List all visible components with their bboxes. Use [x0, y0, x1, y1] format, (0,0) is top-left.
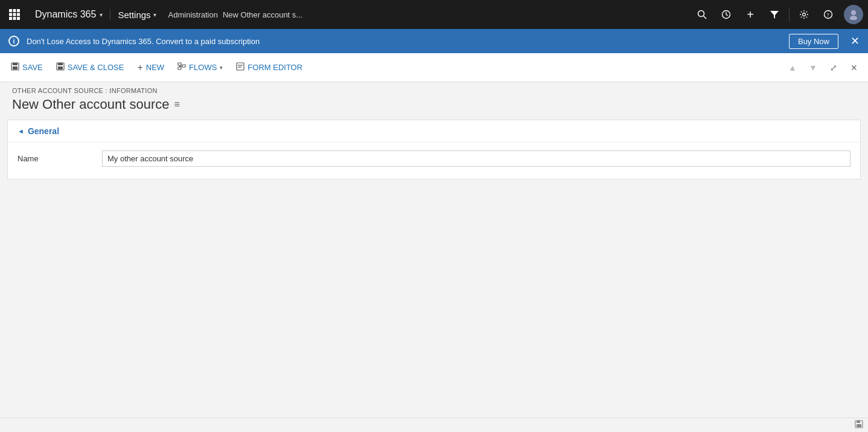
- general-section-header[interactable]: ◄ General: [8, 120, 860, 142]
- history-icon[interactable]: [715, 4, 737, 25]
- app-chevron-icon: ▾: [100, 11, 103, 18]
- move-up-icon: ▲: [783, 59, 802, 77]
- svg-rect-5: [17, 13, 20, 16]
- svg-rect-26: [182, 65, 185, 67]
- buy-now-button[interactable]: Buy Now: [789, 34, 838, 49]
- general-section-title: General: [28, 126, 59, 136]
- settings-menu[interactable]: Settings ▾: [110, 10, 163, 20]
- form-title-row: New Other account source ≡: [12, 97, 856, 112]
- general-section-body: Name: [8, 142, 860, 179]
- svg-point-16: [851, 10, 856, 15]
- svg-rect-0: [9, 9, 12, 12]
- gear-icon[interactable]: [793, 4, 815, 25]
- app-name[interactable]: Dynamics 365 ▾: [28, 9, 110, 20]
- nav-breadcrumb: Administration New Other account s...: [164, 10, 308, 19]
- info-close-icon[interactable]: ✕: [850, 34, 860, 48]
- svg-line-10: [704, 16, 707, 19]
- move-down-icon: ▼: [804, 59, 822, 77]
- name-label: Name: [18, 154, 102, 163]
- nav-icons: + ?: [691, 4, 863, 25]
- svg-rect-23: [58, 66, 63, 69]
- svg-point-9: [698, 11, 704, 17]
- svg-rect-6: [9, 17, 12, 20]
- breadcrumb-page[interactable]: New Other account s...: [223, 10, 302, 19]
- form-panel: ◄ General Name: [7, 120, 861, 179]
- page-title: New Other account source: [12, 97, 169, 112]
- svg-rect-20: [13, 66, 18, 69]
- svg-marker-12: [770, 11, 779, 19]
- save-close-icon: [56, 62, 65, 73]
- svg-rect-1: [13, 9, 16, 12]
- svg-text:?: ?: [827, 12, 829, 18]
- search-icon[interactable]: [691, 4, 713, 25]
- help-icon[interactable]: ?: [817, 4, 839, 25]
- svg-rect-4: [13, 13, 16, 16]
- content-area: OTHER ACCOUNT SOURCE : INFORMATION New O…: [0, 82, 868, 179]
- svg-rect-3: [9, 13, 12, 16]
- svg-point-17: [850, 16, 857, 20]
- expand-icon[interactable]: ⤢: [825, 59, 843, 77]
- flows-button[interactable]: FLOWS ▾: [171, 59, 229, 76]
- svg-rect-7: [13, 17, 16, 20]
- form-header: OTHER ACCOUNT SOURCE : INFORMATION New O…: [0, 82, 868, 115]
- save-close-label: SAVE & CLOSE: [68, 63, 124, 72]
- flows-label: FLOWS: [189, 63, 217, 72]
- settings-label: Settings: [118, 10, 150, 20]
- svg-rect-2: [17, 9, 20, 12]
- save-icon: [11, 62, 19, 73]
- filter-icon[interactable]: [764, 4, 785, 25]
- toolbar: SAVE SAVE & CLOSE + NEW FLOWS ▾: [0, 53, 868, 82]
- title-menu-icon[interactable]: ≡: [174, 99, 179, 110]
- new-label: NEW: [146, 63, 164, 72]
- name-input[interactable]: [102, 150, 850, 167]
- svg-rect-22: [58, 63, 63, 65]
- info-icon: i: [8, 36, 19, 47]
- app-name-label: Dynamics 365: [35, 9, 96, 20]
- form-editor-label: FORM EDITOR: [247, 63, 302, 72]
- new-icon: +: [137, 62, 142, 73]
- flows-chevron-icon: ▾: [220, 65, 223, 71]
- toolbar-right: ▲ ▼ ⤢ ✕: [783, 59, 863, 77]
- form-editor-button[interactable]: FORM EDITOR: [230, 59, 308, 76]
- save-button[interactable]: SAVE: [5, 59, 49, 76]
- svg-rect-25: [178, 67, 181, 69]
- svg-rect-29: [237, 63, 244, 70]
- top-nav: Dynamics 365 ▾ Settings ▾ Administration…: [0, 0, 868, 29]
- info-banner-text: Don't Lose Access to Dynamics 365. Conve…: [27, 37, 782, 46]
- flows-icon: [177, 62, 186, 73]
- svg-point-13: [803, 13, 806, 16]
- breadcrumb-section[interactable]: Administration: [168, 10, 218, 19]
- form-editor-icon: [236, 62, 244, 73]
- save-label: SAVE: [22, 63, 43, 72]
- new-button[interactable]: + NEW: [131, 59, 170, 77]
- svg-rect-19: [13, 63, 18, 65]
- close-form-icon[interactable]: ✕: [845, 59, 863, 77]
- form-breadcrumb: OTHER ACCOUNT SOURCE : INFORMATION: [12, 87, 856, 94]
- app-grid-icon[interactable]: [5, 5, 24, 24]
- save-close-button[interactable]: SAVE & CLOSE: [50, 59, 130, 76]
- avatar[interactable]: [844, 5, 863, 24]
- settings-chevron-icon: ▾: [153, 11, 156, 18]
- info-banner: i Don't Lose Access to Dynamics 365. Con…: [0, 29, 868, 53]
- section-collapse-icon: ◄: [18, 127, 24, 135]
- svg-rect-24: [178, 63, 181, 65]
- name-field-row: Name: [18, 147, 850, 169]
- svg-rect-8: [17, 17, 20, 20]
- add-icon[interactable]: +: [739, 4, 761, 25]
